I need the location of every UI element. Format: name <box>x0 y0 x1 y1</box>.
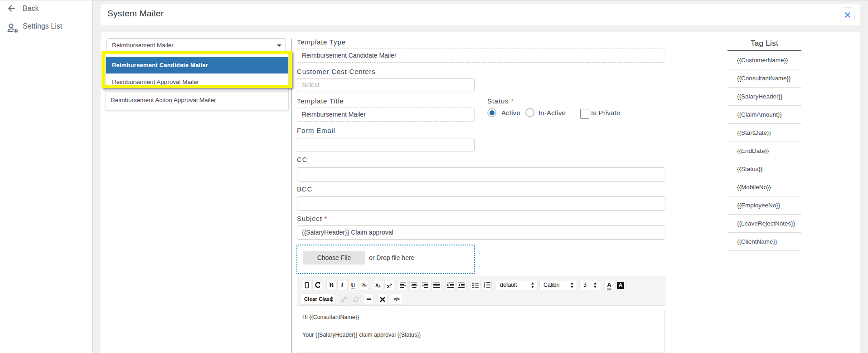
svg-text:3: 3 <box>484 286 485 288</box>
